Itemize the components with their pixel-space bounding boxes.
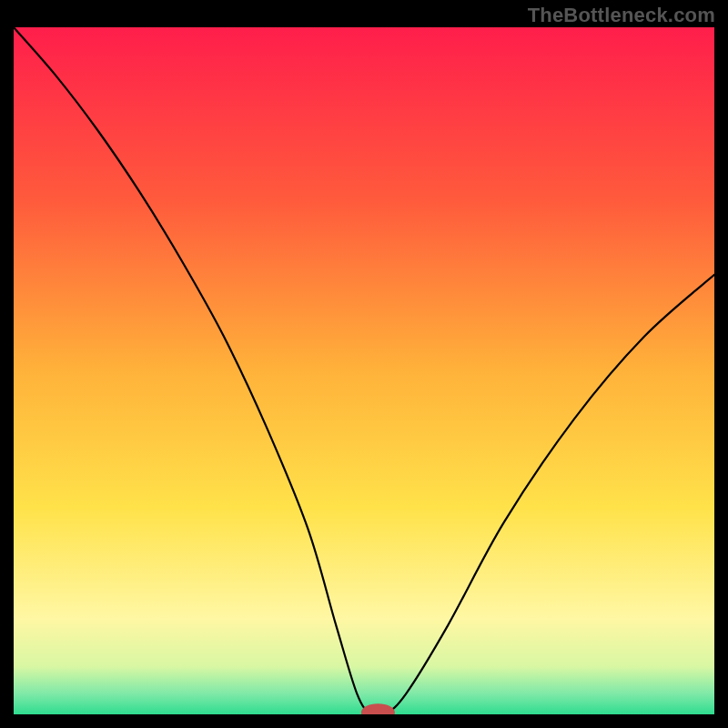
chart-background: [14, 27, 714, 714]
bottleneck-chart: [14, 27, 714, 714]
chart-frame: [14, 27, 714, 714]
watermark: TheBottleneck.com: [528, 4, 715, 27]
